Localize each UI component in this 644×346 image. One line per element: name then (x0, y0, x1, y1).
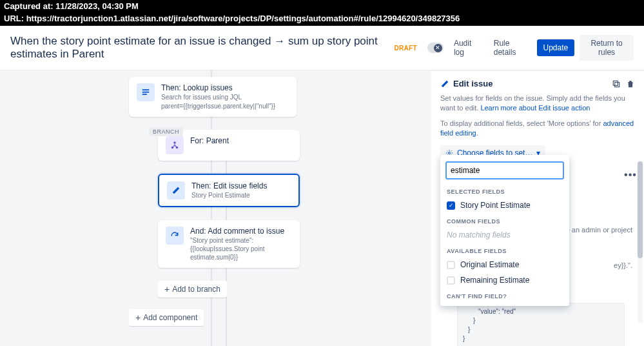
step-subtitle: "Story point estimate": {{lookupIssues.S… (190, 236, 292, 261)
refresh-icon (166, 227, 184, 245)
step-title: Then: Edit issue fields (191, 181, 267, 190)
svg-point-8 (449, 152, 451, 154)
add-branch-label: Add to branch (172, 285, 220, 294)
lookup-issues-step[interactable]: Then: Lookup issues Search for issues us… (129, 77, 297, 117)
selected-fields-heading: SELECTED FIELDS (440, 183, 569, 198)
svg-rect-1 (142, 92, 150, 93)
close-icon: ✕ (434, 44, 442, 52)
return-to-rules-button[interactable]: Return to rules (580, 35, 634, 61)
truncated-hint-text-2: ey}}.". (614, 261, 632, 269)
step-subtitle: Story Point Estimate (191, 191, 267, 199)
rule-details-link[interactable]: Rule details (489, 35, 532, 61)
checkbox-icon (447, 276, 455, 285)
add-component-button[interactable]: + Add component (129, 309, 204, 326)
svg-point-3 (173, 141, 176, 144)
plus-icon: + (135, 313, 141, 322)
svg-rect-0 (142, 89, 150, 90)
pencil-icon (440, 79, 449, 88)
plus-icon: + (164, 285, 170, 294)
svg-rect-7 (613, 81, 618, 85)
available-fields-heading: AVAILABLE FIELDS (440, 243, 569, 257)
copy-icon[interactable] (612, 79, 621, 88)
field-label: Story Point Estimate (460, 201, 531, 210)
scrollbar-thumb[interactable] (638, 161, 643, 258)
update-button[interactable]: Update (537, 39, 575, 56)
more-menu-button[interactable]: ••• (623, 168, 638, 182)
capture-timestamp: Captured at: 11/28/2023, 04:30 PM (0, 0, 644, 12)
checkbox-checked-icon (447, 201, 455, 210)
trash-icon[interactable] (626, 79, 635, 88)
scrollbar[interactable] (638, 161, 643, 323)
branch-icon (166, 136, 184, 154)
field-option-remaining-estimate[interactable]: Remaining Estimate (440, 272, 569, 288)
step-subtitle: Search for issues using JQL (161, 93, 275, 101)
svg-rect-6 (615, 82, 620, 86)
edit-issue-step[interactable]: Then: Edit issue fields Story Point Esti… (158, 174, 300, 207)
enable-toggle[interactable]: ✕ (427, 43, 444, 53)
panel-description: Set values for fields on the issue. Simp… (440, 94, 635, 114)
panel-title: Edit issue (453, 79, 493, 88)
step-title: Then: Lookup issues (161, 83, 275, 92)
code-preview: "value": "red" } } } (457, 303, 625, 346)
rule-title: When the story point estimate for an iss… (10, 35, 386, 61)
list-icon (137, 83, 155, 101)
common-fields-heading: COMMON FIELDS (440, 213, 569, 227)
field-option-story-point-estimate[interactable]: Story Point Estimate (440, 198, 569, 213)
branch-label: BRANCH (149, 127, 183, 136)
field-label: Original Estimate (460, 260, 519, 269)
svg-rect-2 (142, 94, 147, 95)
field-search-input[interactable] (445, 161, 564, 179)
field-dropdown: SELECTED FIELDS Story Point Estimate COM… (440, 155, 569, 306)
add-component-label: Add component (143, 313, 197, 322)
no-matching-fields: No matching fields (440, 227, 569, 243)
field-label: Remaining Estimate (460, 276, 529, 285)
step-title: For: Parent (190, 136, 229, 145)
automation-flow: Then: Lookup issues Search for issues us… (0, 70, 431, 346)
pencil-icon (167, 181, 185, 199)
step-subtitle-2: parent={{triggerIssue.parent.key||"null"… (161, 102, 275, 110)
add-comment-step[interactable]: And: Add comment to issue "Story point e… (158, 220, 300, 268)
audit-log-link[interactable]: Audit log (449, 35, 483, 61)
add-to-branch-button[interactable]: + Add to branch (158, 281, 227, 298)
learn-more-link[interactable]: Learn more about Edit issue action (480, 104, 590, 112)
checkbox-icon (447, 261, 455, 269)
panel-description-2: To display additional fields, select 'Mo… (440, 119, 635, 139)
field-option-original-estimate[interactable]: Original Estimate (440, 257, 569, 272)
edit-issue-panel: Edit issue Set values for fields on the … (431, 70, 644, 346)
cant-find-field-heading: CAN'T FIND FIELD? (440, 288, 569, 302)
rule-header: When the story point estimate for an iss… (0, 26, 644, 70)
draft-badge: DRAFT (394, 45, 416, 52)
capture-url: URL: https://tractorjunction1.atlassian.… (0, 12, 644, 26)
step-title: And: Add comment to issue (190, 227, 292, 236)
